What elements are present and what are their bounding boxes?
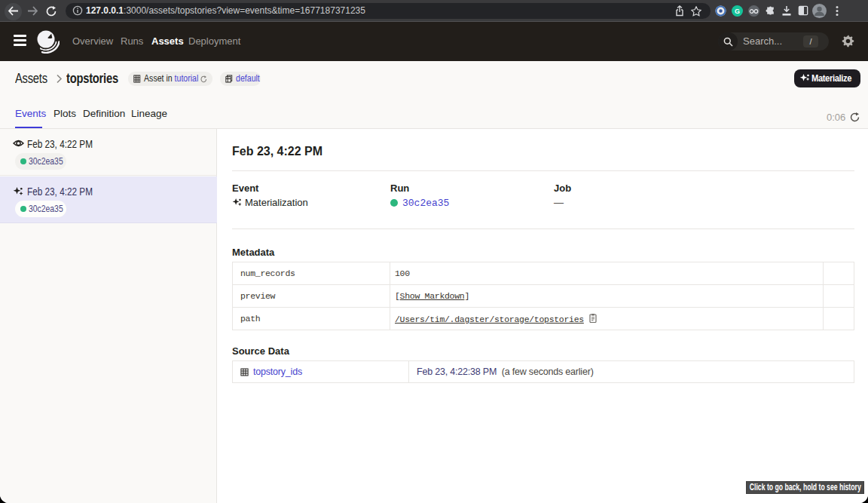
svg-text:G: G xyxy=(735,8,740,15)
